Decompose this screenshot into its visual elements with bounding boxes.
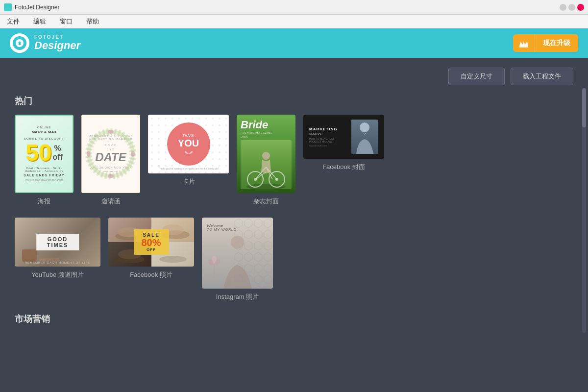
template-grid-row1: ONLINE MARY & MAX SUMMER'S DISCOUNT 50 %… <box>15 115 573 206</box>
template-item-invite[interactable]: MARGARET & NICHOLASARE GETTING MARRIED s… <box>81 115 140 206</box>
crown-icon <box>513 34 535 52</box>
upgrade-button[interactable]: 现在升级 <box>535 34 578 52</box>
poster-url: ONLINE.MARYMAXSTUDIO.COM <box>25 179 63 182</box>
poster-off: %off <box>52 144 62 165</box>
poster-top-text: ONLINE <box>37 126 51 129</box>
sale-pct: 80% <box>141 238 161 247</box>
instagram-design: Welcome TO MY WORLD <box>202 218 273 289</box>
fb-seminar: SEMINAR <box>309 132 346 135</box>
magazine-design: Bride FASHION MAGAZINE LAWN <box>237 115 295 193</box>
template-item-youtube[interactable]: GOOD TIMES REMEMBER EACH MOMENT OF LIFE … <box>15 218 100 301</box>
scrollbar-thumb[interactable] <box>582 88 586 127</box>
logo-container: FOTOJET Designer <box>10 33 80 53</box>
invite-design: MARGARET & NICHOLASARE GETTING MARRIED s… <box>81 115 140 193</box>
custom-size-button[interactable]: 自定义尺寸 <box>448 68 505 85</box>
template-thumb-poster: ONLINE MARY & MAX SUMMER'S DISCOUNT 50 %… <box>15 115 74 193</box>
template-thumb-instagram: Welcome TO MY WORLD <box>202 218 273 289</box>
svg-point-16 <box>262 152 270 160</box>
poster-categories: Coat · Trousers · Skirt · Underwear · Ac… <box>20 167 69 172</box>
mag-tagline: LAWN <box>241 135 292 138</box>
welcome-to: Welcome <box>207 223 237 228</box>
insta-welcome-text: Welcome TO MY WORLD <box>207 223 237 231</box>
sale-overlay: SALE 80% OFF <box>133 229 169 255</box>
template-item-fb-cover[interactable]: MARKETING SEMINAR HOW TO BE A GREAT PROD… <box>303 115 384 206</box>
invite-label: 邀请函 <box>101 197 121 206</box>
sale-off: OFF <box>141 247 161 252</box>
fb-person: ? <box>351 120 378 154</box>
mag-title: Bride <box>241 119 292 131</box>
svg-rect-2 <box>519 47 528 48</box>
magazine-label: 杂志封面 <box>253 197 279 206</box>
menu-window[interactable]: 窗口 <box>57 16 75 27</box>
card-design: THANK YOU Thank you for coming to my par… <box>148 115 229 173</box>
upgrade-btn-container: 现在升级 <box>513 34 578 52</box>
card-label: 卡片 <box>182 177 195 186</box>
template-item-magazine[interactable]: Bride FASHION MAGAZINE LAWN <box>237 115 295 206</box>
instagram-label: Instagram 照片 <box>216 293 259 301</box>
svg-point-28 <box>231 236 244 249</box>
floral-border <box>82 115 140 193</box>
mag-image <box>241 140 292 189</box>
logo-large-text: Designer <box>34 40 80 51</box>
action-buttons: 自定义尺寸 载入工程文件 <box>15 68 573 85</box>
mag-subtitle: FASHION MAGAZINE <box>241 131 292 134</box>
template-thumb-card: THANK YOU Thank you for coming to my par… <box>148 115 229 173</box>
menu-help[interactable]: 帮助 <box>83 16 102 27</box>
template-item-poster[interactable]: ONLINE MARY & MAX SUMMER'S DISCOUNT 50 %… <box>15 115 74 206</box>
maximize-btn[interactable] <box>568 4 575 11</box>
minimize-btn[interactable] <box>560 4 566 11</box>
main-content: 自定义尺寸 载入工程文件 热门 ONLINE MARY & MAX SUMMER… <box>0 58 588 392</box>
template-item-instagram[interactable]: Welcome TO MY WORLD Instagram 照片 <box>202 218 273 301</box>
titlebar: FotoJet Designer <box>0 0 588 15</box>
fb-text-area: MARKETING SEMINAR HOW TO BE A GREAT PROD… <box>309 127 346 147</box>
fb-marketing: MARKETING <box>309 127 346 131</box>
poster-design: ONLINE MARY & MAX SUMMER'S DISCOUNT 50 %… <box>15 115 74 193</box>
fb-photo-design: SALE 80% OFF <box>108 218 194 267</box>
logo-text: FOTOJET Designer <box>34 34 80 51</box>
fb-photo-label: Facebook 照片 <box>130 270 172 279</box>
scrollbar-track[interactable] <box>582 88 586 333</box>
poster-name: MARY & MAX <box>31 130 56 134</box>
app-header: FOTOJET Designer 现在升级 <box>0 28 588 58</box>
window-title: FotoJet Designer <box>15 4 59 11</box>
close-btn[interactable] <box>577 4 584 11</box>
template-thumb-magazine: Bride FASHION MAGAZINE LAWN <box>237 115 295 193</box>
youtube-label: YouTube 频道图片 <box>31 270 84 279</box>
svg-text:?: ? <box>364 132 366 136</box>
fb-cover-design: MARKETING SEMINAR HOW TO BE A GREAT PROD… <box>303 115 384 159</box>
template-thumb-fb-cover: MARKETING SEMINAR HOW TO BE A GREAT PROD… <box>303 115 384 159</box>
good-times-text: GOOD TIMES <box>43 236 73 248</box>
poster-50: 50 <box>25 141 51 165</box>
template-item-card[interactable]: THANK YOU Thank you for coming to my par… <box>148 115 229 206</box>
menu-edit[interactable]: 编辑 <box>30 16 49 27</box>
logo-small-text: FOTOJET <box>34 34 80 40</box>
yt-cup <box>22 249 37 262</box>
window-controls <box>560 4 584 11</box>
template-grid-row2: GOOD TIMES REMEMBER EACH MOMENT OF LIFE … <box>15 218 573 301</box>
poster-label: 海报 <box>38 197 50 206</box>
template-thumb-fb-photo: SALE 80% OFF <box>108 218 194 267</box>
card-subtext: Thank you for coming to my party and for… <box>148 167 228 170</box>
svg-point-17 <box>360 122 369 132</box>
youtube-design: GOOD TIMES REMEMBER EACH MOMENT OF LIFE <box>15 218 100 267</box>
svg-point-25 <box>159 256 187 263</box>
poster-sale: SALE ENDS FRIDAY <box>24 173 64 177</box>
fb-url: www.fotojet.com <box>309 144 346 147</box>
hot-section-title: 热门 <box>15 95 573 107</box>
fb-cover-label: Facebook 封面 <box>322 163 365 172</box>
template-thumb-youtube: GOOD TIMES REMEMBER EACH MOMENT OF LIFE <box>15 218 100 267</box>
load-project-button[interactable]: 载入工程文件 <box>511 68 573 85</box>
yt-subtext: REMEMBER EACH MOMENT OF LIFE <box>15 261 100 264</box>
thankyou-circle: THANK YOU <box>167 122 210 166</box>
fb-subtitle: HOW TO BE A GREAT PRODUCT MANAGER <box>309 137 346 143</box>
menu-file[interactable]: 文件 <box>4 16 23 27</box>
menubar: 文件 编辑 窗口 帮助 <box>0 15 588 28</box>
logo-icon <box>10 33 29 53</box>
insta-flower <box>207 252 221 279</box>
yt-text-box: GOOD TIMES <box>36 234 79 250</box>
poster-discount-row: 50 %off <box>25 141 63 165</box>
to-my-world: TO MY WORLD <box>207 228 237 231</box>
template-thumb-invite: MARGARET & NICHOLASARE GETTING MARRIED s… <box>81 115 140 193</box>
app-icon <box>4 3 12 11</box>
template-item-fb-photo[interactable]: SALE 80% OFF Facebook 照片 <box>108 218 194 301</box>
